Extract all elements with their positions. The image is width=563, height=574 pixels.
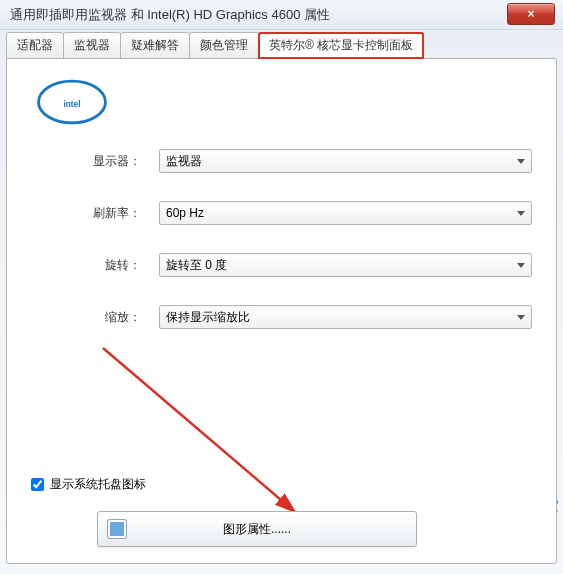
graphics-properties-label: 图形属性...... (223, 521, 291, 538)
settings-form: 显示器： 监视器 刷新率： 60p Hz 旋转： (31, 149, 532, 357)
window-title: 通用即插即用监视器 和 Intel(R) HD Graphics 4600 属性 (10, 6, 330, 24)
tab-panel-intel: intel 显示器： 监视器 刷新率： 60p Hz (6, 58, 557, 564)
dialog-body: 适配器 监视器 疑难解答 颜色管理 英特尔® 核芯显卡控制面板 intel 显示… (0, 30, 563, 574)
tab-troubleshoot[interactable]: 疑难解答 (120, 32, 190, 59)
row-display: 显示器： 监视器 (31, 149, 532, 173)
tab-label: 疑难解答 (131, 38, 179, 52)
svg-text:intel: intel (63, 99, 80, 109)
tab-intel-graphics[interactable]: 英特尔® 核芯显卡控制面板 (258, 32, 424, 59)
select-scale[interactable]: 保持显示缩放比 (159, 305, 532, 329)
chevron-down-icon (517, 211, 525, 216)
tab-adapter[interactable]: 适配器 (6, 32, 64, 59)
row-refresh: 刷新率： 60p Hz (31, 201, 532, 225)
select-refresh[interactable]: 60p Hz (159, 201, 532, 225)
chevron-down-icon (517, 263, 525, 268)
label-scale: 缩放： (31, 309, 141, 326)
label-refresh: 刷新率： (31, 205, 141, 222)
checkbox-tray-label: 显示系统托盘图标 (50, 476, 146, 493)
select-rotate-value: 旋转至 0 度 (166, 257, 227, 274)
row-rotate: 旋转： 旋转至 0 度 (31, 253, 532, 277)
checkbox-tray[interactable] (31, 478, 44, 491)
close-icon: × (527, 7, 534, 21)
tab-label: 监视器 (74, 38, 110, 52)
label-display: 显示器： (31, 153, 141, 170)
select-display[interactable]: 监视器 (159, 149, 532, 173)
tab-label: 颜色管理 (200, 38, 248, 52)
close-button[interactable]: × (507, 3, 555, 25)
select-display-value: 监视器 (166, 153, 202, 170)
intel-logo-icon: intel (37, 79, 107, 125)
tab-label: 英特尔® 核芯显卡控制面板 (269, 38, 413, 52)
chevron-down-icon (517, 159, 525, 164)
annotation-arrow (99, 344, 309, 524)
chevron-down-icon (517, 315, 525, 320)
tray-icon-checkbox[interactable]: 显示系统托盘图标 (31, 476, 146, 493)
select-scale-value: 保持显示缩放比 (166, 309, 250, 326)
tab-color[interactable]: 颜色管理 (189, 32, 259, 59)
tab-label: 适配器 (17, 38, 53, 52)
window-titlebar: 通用即插即用监视器 和 Intel(R) HD Graphics 4600 属性… (0, 0, 563, 30)
tab-monitor[interactable]: 监视器 (63, 32, 121, 59)
select-rotate[interactable]: 旋转至 0 度 (159, 253, 532, 277)
label-rotate: 旋转： (31, 257, 141, 274)
graphics-properties-button[interactable]: 图形属性...... (97, 511, 417, 547)
tab-strip: 适配器 监视器 疑难解答 颜色管理 英特尔® 核芯显卡控制面板 intel 显示… (6, 32, 557, 564)
select-refresh-value: 60p Hz (166, 206, 204, 220)
row-scale: 缩放： 保持显示缩放比 (31, 305, 532, 329)
graphics-icon (108, 520, 126, 538)
